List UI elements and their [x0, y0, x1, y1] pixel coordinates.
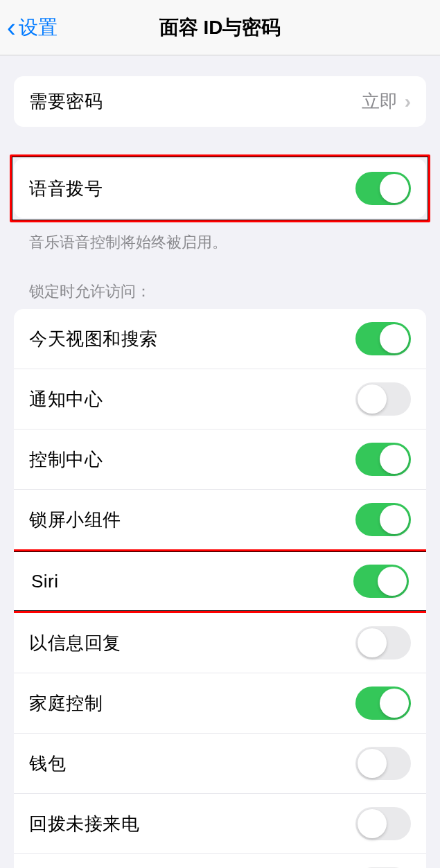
- allow-access-label: 家庭控制: [29, 691, 103, 716]
- allow-access-label: Siri: [31, 571, 59, 592]
- toggle-knob: [358, 628, 387, 657]
- allow-access-label: 通知中心: [29, 387, 103, 411]
- allow-access-toggle[interactable]: [355, 503, 411, 536]
- allow-access-row: 以信息回复: [14, 613, 426, 673]
- toggle-knob: [380, 505, 409, 534]
- voice-dial-label: 语音拨号: [29, 177, 103, 201]
- allow-access-toggle[interactable]: [355, 747, 411, 780]
- allow-access-header: 锁定时允许访问：: [14, 254, 426, 309]
- allow-access-group: 今天视图和搜索通知中心控制中心锁屏小组件Siri以信息回复家庭控制钱包回拨未接来…: [14, 309, 426, 868]
- require-passcode-value: 立即: [362, 89, 398, 114]
- siri-highlight: Siri: [14, 549, 426, 613]
- allow-access-row: 家庭控制: [14, 673, 426, 733]
- toggle-knob: [378, 567, 407, 596]
- toggle-knob: [358, 384, 387, 414]
- allow-access-toggle[interactable]: [355, 322, 411, 355]
- allow-access-row: 今天视图和搜索: [14, 309, 426, 369]
- require-passcode-value-area: 立即 ›: [362, 89, 411, 114]
- require-passcode-label: 需要密码: [29, 89, 103, 114]
- allow-access-row: 控制中心: [14, 429, 426, 489]
- back-label: 设置: [19, 15, 58, 41]
- allow-access-row: 锁屏小组件: [14, 489, 426, 549]
- allow-access-label: 锁屏小组件: [29, 508, 121, 532]
- toggle-knob: [380, 324, 409, 353]
- page-title: 面容 ID与密码: [159, 15, 281, 41]
- toggle-knob: [380, 174, 409, 203]
- allow-access-toggle[interactable]: [355, 807, 411, 840]
- voice-dial-toggle[interactable]: [355, 172, 411, 205]
- allow-access-toggle[interactable]: [355, 382, 411, 416]
- chevron-right-icon: ›: [405, 91, 411, 113]
- voice-dial-footer: 音乐语音控制将始终被启用。: [14, 222, 426, 254]
- toggle-knob: [358, 809, 387, 838]
- allow-access-toggle[interactable]: [353, 565, 409, 598]
- chevron-left-icon: ‹: [7, 15, 16, 41]
- allow-access-row: Siri: [14, 551, 426, 611]
- toggle-knob: [380, 689, 409, 718]
- voice-dial-highlight: 语音拨号: [10, 154, 430, 222]
- allow-access-toggle[interactable]: [355, 626, 411, 659]
- require-passcode-row[interactable]: 需要密码 立即 ›: [14, 76, 426, 127]
- allow-access-toggle[interactable]: [355, 687, 411, 720]
- allow-access-row: 通知中心: [14, 369, 426, 429]
- allow-access-label: 以信息回复: [29, 631, 121, 655]
- header: ‹ 设置 面容 ID与密码: [0, 0, 440, 55]
- require-passcode-group: 需要密码 立即 ›: [14, 76, 426, 127]
- allow-access-row: USB配件: [14, 853, 426, 868]
- voice-dial-group: 语音拨号: [14, 159, 426, 218]
- toggle-knob: [358, 749, 387, 778]
- back-button[interactable]: ‹ 设置: [7, 15, 58, 41]
- allow-access-label: 控制中心: [29, 448, 103, 472]
- allow-access-row: 回拨未接来电: [14, 793, 426, 853]
- allow-access-label: 今天视图和搜索: [29, 327, 158, 351]
- allow-access-toggle[interactable]: [355, 443, 411, 476]
- allow-access-label: 回拨未接来电: [29, 812, 139, 836]
- voice-dial-row: 语音拨号: [14, 159, 426, 218]
- allow-access-label: 钱包: [29, 752, 66, 776]
- allow-access-row: 钱包: [14, 733, 426, 793]
- toggle-knob: [380, 445, 409, 474]
